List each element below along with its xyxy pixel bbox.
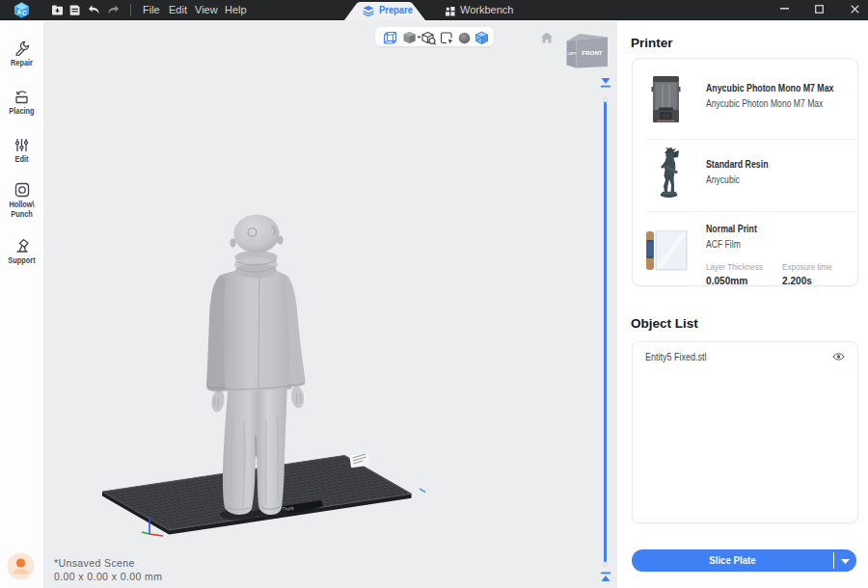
svg-text:FRONT: FRONT — [582, 49, 603, 56]
svg-text:C: C — [22, 10, 27, 16]
svg-text:A: A — [16, 9, 21, 15]
svg-text:LEFT: LEFT — [568, 51, 577, 56]
